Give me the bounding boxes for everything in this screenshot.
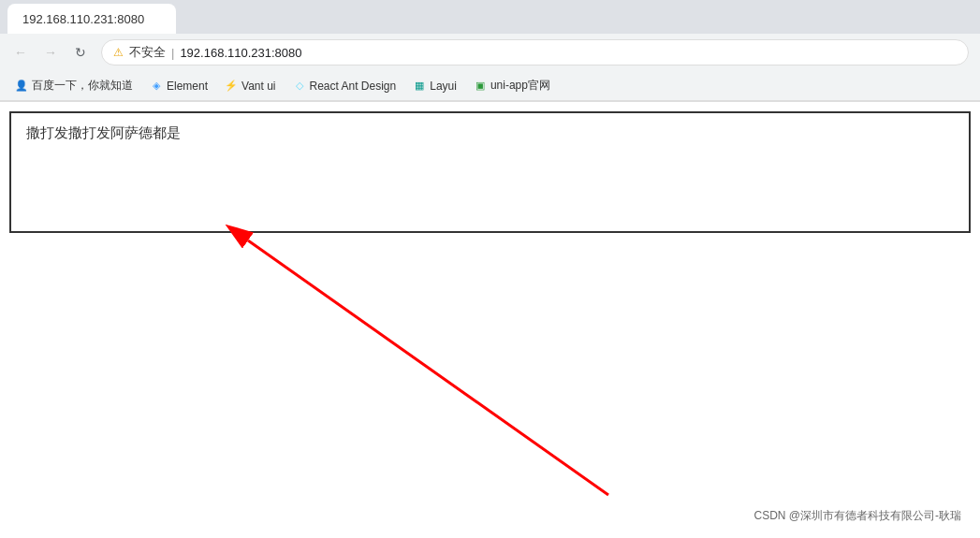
reload-button[interactable]: ↻ [67,39,94,65]
main-text: 撒打发撒打发阿萨德都是 [26,124,181,140]
bookmark-label-vant: Vant ui [241,80,275,93]
back-icon: ← [14,45,27,60]
footer-text: CSDN @深圳市有德者科技有限公司-耿瑞 [753,508,961,524]
active-tab[interactable]: 192.168.110.231:8080 [7,4,176,34]
address-bar[interactable]: ⚠ 不安全 | 192.168.110.231:8080 [101,39,969,65]
baidu-favicon: 👤 [15,80,28,93]
security-label: 不安全 [129,44,166,61]
vant-favicon: ⚡ [225,80,238,93]
forward-button[interactable]: → [37,39,64,65]
bookmark-label-uni: uni-app官网 [490,78,550,94]
bookmarks-bar: 👤百度一下，你就知道◈Element⚡Vant ui◇React Ant Des… [0,71,980,101]
page-content: 撒打发撒打发阿萨德都是 CSDN @深圳市有德者科技有限公司-耿瑞 [0,102,980,538]
bookmark-react[interactable]: ◇React Ant Design [285,77,404,95]
address-text: 192.168.110.231:8080 [180,46,301,60]
element-favicon: ◈ [150,80,163,93]
bookmark-baidu[interactable]: 👤百度一下，你就知道 [7,75,140,96]
bookmark-element[interactable]: ◈Element [142,77,215,95]
security-icon: ⚠ [113,46,124,59]
separator: | [171,46,174,60]
bookmark-label-element: Element [167,80,208,93]
bookmark-label-layui: Layui [430,80,457,93]
tab-bar: 192.168.110.231:8080 [0,0,980,34]
bookmark-uni[interactable]: ▣uni-app官网 [466,75,558,96]
browser-chrome: 192.168.110.231:8080 ← → ↻ ⚠ 不安全 | 192.1… [0,0,980,102]
bookmark-layui[interactable]: ▦Layui [405,77,464,95]
back-button[interactable]: ← [7,39,34,65]
bookmark-label-react: React Ant Design [310,80,397,93]
layui-favicon: ▦ [413,80,426,93]
forward-icon: → [44,45,57,60]
red-arrow-line [248,240,608,495]
tab-title: 192.168.110.231:8080 [22,12,144,26]
react-favicon: ◇ [293,80,306,93]
uni-favicon: ▣ [474,80,487,93]
bookmark-vant[interactable]: ⚡Vant ui [217,77,283,95]
reload-icon: ↻ [75,45,86,60]
bookmark-label-baidu: 百度一下，你就知道 [32,78,133,94]
text-box: 撒打发撒打发阿萨德都是 [9,111,971,233]
nav-bar: ← → ↻ ⚠ 不安全 | 192.168.110.231:8080 [0,34,980,71]
